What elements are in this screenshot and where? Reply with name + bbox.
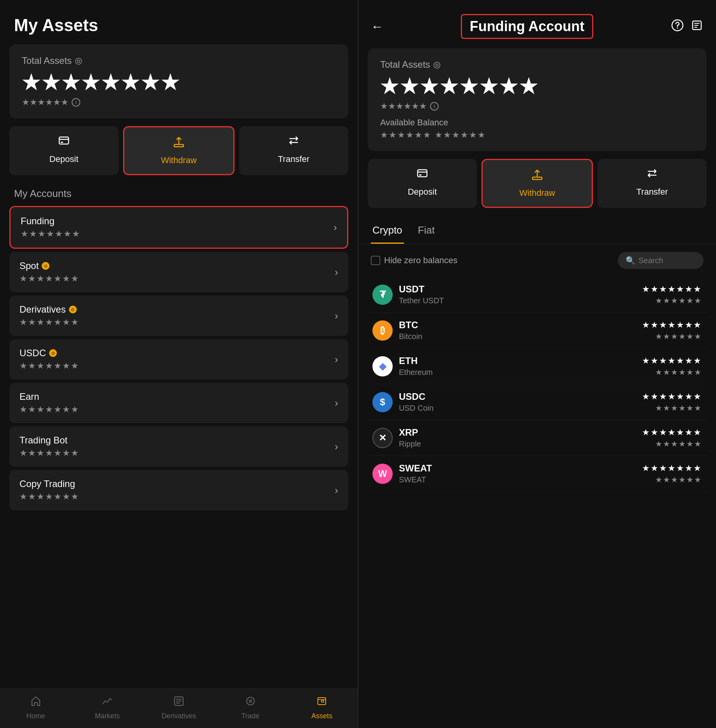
action-buttons-left: Deposit Withdraw Transfer — [9, 126, 348, 175]
masked-sub-right: ★★★★★★ i — [380, 101, 694, 111]
header-icons — [671, 19, 704, 35]
sweat-info: SWEAT SWEAT — [399, 463, 636, 484]
earn-arrow: › — [335, 397, 338, 409]
trade-icon — [245, 695, 256, 710]
help-button[interactable] — [671, 19, 684, 35]
usdc-symbol: USDC — [399, 391, 636, 402]
search-placeholder: Search — [638, 256, 663, 265]
total-assets-label-left: Total Assets ◎ — [22, 55, 336, 66]
xrp-amount: ★★★★★★★ — [642, 427, 702, 438]
deposit-button-right[interactable]: Deposit — [368, 159, 477, 208]
svg-point-6 — [677, 27, 678, 28]
account-item-spot[interactable]: Spot ⊙ ★★★★★★★ › — [9, 252, 348, 292]
funding-arrow: › — [333, 222, 337, 234]
withdraw-icon-right — [531, 169, 543, 184]
filter-row: Hide zero balances 🔍 Search — [358, 252, 716, 269]
left-header: My Assets — [0, 0, 358, 44]
info-icon-right[interactable]: i — [430, 102, 439, 111]
assets-icon — [316, 695, 328, 710]
crypto-item-eth[interactable]: ◆ ETH Ethereum ★★★★★★★ ★★★★★★ — [368, 348, 707, 384]
withdraw-icon-left — [173, 136, 185, 151]
nav-home[interactable]: Home — [0, 695, 72, 720]
spot-value: ★★★★★★★ — [19, 274, 79, 284]
account-item-usdc[interactable]: USDC ⊙ ★★★★★★★ › — [9, 339, 348, 380]
sweat-values: ★★★★★★★ ★★★★★★ — [642, 463, 702, 484]
usdt-amount: ★★★★★★★ — [642, 284, 702, 294]
svg-rect-9 — [419, 174, 421, 176]
crypto-item-sweat[interactable]: W SWEAT SWEAT ★★★★★★★ ★★★★★★ — [368, 456, 707, 492]
nav-trade[interactable]: Trade — [215, 695, 286, 720]
crypto-item-btc[interactable]: ₿ BTC Bitcoin ★★★★★★★ ★★★★★★ — [368, 313, 707, 348]
xrp-usd: ★★★★★★ — [642, 439, 702, 448]
crypto-list: ₮ USDT Tether USDT ★★★★★★★ ★★★★★★ ₿ BTC … — [358, 277, 716, 728]
copy-trading-value: ★★★★★★★ — [19, 492, 79, 502]
spot-label: Spot — [19, 260, 39, 271]
crypto-item-usdt[interactable]: ₮ USDT Tether USDT ★★★★★★★ ★★★★★★ — [368, 277, 707, 313]
crypto-item-xrp[interactable]: ✕ XRP Ripple ★★★★★★★ ★★★★★★ — [368, 420, 707, 456]
transfer-button-right[interactable]: Transfer — [598, 159, 707, 208]
usdc-amount: ★★★★★★★ — [642, 392, 702, 402]
earn-value: ★★★★★★★ — [19, 404, 79, 415]
deposit-icon-right — [416, 167, 429, 183]
usdc-arrow: › — [335, 353, 338, 366]
account-item-earn[interactable]: Earn ★★★★★★★ › — [9, 383, 348, 423]
deposit-label-left: Deposit — [49, 154, 79, 164]
back-button[interactable]: ← — [371, 19, 383, 34]
account-item-derivatives[interactable]: Derivatives ⊙ ★★★★★★★ › — [9, 295, 348, 336]
earn-label: Earn — [19, 391, 39, 402]
usdc-usd: ★★★★★★ — [642, 403, 702, 413]
transfer-label-left: Transfer — [278, 154, 309, 164]
available-label: Available Balance — [380, 118, 694, 128]
xrp-values: ★★★★★★★ ★★★★★★ — [642, 427, 702, 448]
action-buttons-right: Deposit Withdraw Transfer — [368, 159, 707, 208]
usdt-logo: ₮ — [372, 285, 393, 305]
svg-rect-1 — [61, 142, 63, 143]
withdraw-button-right[interactable]: Withdraw — [481, 159, 593, 208]
tab-crypto[interactable]: Crypto — [371, 220, 404, 244]
derivatives-label: Derivatives — [19, 304, 66, 315]
withdraw-button-left[interactable]: Withdraw — [123, 126, 235, 175]
account-item-funding[interactable]: Funding ★★★★★★★ › — [9, 206, 348, 249]
assets-card-right: Total Assets ◎ ★★★★★★★★ ★★★★★★ i Availab… — [368, 48, 707, 151]
xrp-fullname: Ripple — [399, 440, 636, 448]
hide-zero-label[interactable]: Hide zero balances — [371, 255, 457, 266]
btc-usd: ★★★★★★ — [642, 332, 702, 341]
masked-total-right: ★★★★★★★★ — [380, 75, 694, 98]
svg-rect-8 — [418, 170, 427, 177]
masked-total-left: ★★★★★★★★ — [22, 71, 336, 94]
total-assets-label-right: Total Assets ◎ — [380, 59, 694, 70]
nav-derivatives-label: Derivatives — [161, 712, 196, 720]
transfer-button-left[interactable]: Transfer — [239, 126, 348, 175]
page-title-left: My Assets — [14, 16, 344, 35]
deposit-icon-left — [58, 135, 70, 150]
search-box[interactable]: 🔍 Search — [618, 252, 704, 269]
btc-symbol: BTC — [399, 320, 636, 331]
nav-trade-label: Trade — [241, 712, 259, 720]
eth-fullname: Ethereum — [399, 368, 636, 377]
nav-derivatives[interactable]: Derivatives — [143, 695, 215, 720]
eth-values: ★★★★★★★ ★★★★★★ — [642, 356, 702, 377]
nav-markets[interactable]: Markets — [72, 695, 143, 720]
nav-assets[interactable]: Assets — [286, 695, 358, 720]
deposit-button-left[interactable]: Deposit — [9, 126, 118, 175]
usdt-fullname: Tether USDT — [399, 296, 636, 305]
tab-fiat[interactable]: Fiat — [416, 220, 436, 244]
btc-amount: ★★★★★★★ — [642, 320, 702, 330]
info-icon-left[interactable]: i — [72, 98, 80, 107]
account-item-copy-trading[interactable]: Copy Trading ★★★★★★★ › — [9, 470, 348, 510]
hide-zero-checkbox[interactable] — [371, 256, 380, 265]
sweat-usd: ★★★★★★ — [642, 475, 702, 484]
crypto-item-usdc[interactable]: $ USDC USD Coin ★★★★★★★ ★★★★★★ — [368, 384, 707, 420]
history-button[interactable] — [690, 19, 704, 35]
btc-fullname: Bitcoin — [399, 332, 636, 341]
eye-slash-icon-left[interactable]: ◎ — [75, 56, 82, 66]
trading-bot-arrow: › — [335, 441, 338, 453]
derivatives-value: ★★★★★★★ — [19, 317, 79, 327]
eye-slash-icon-right[interactable]: ◎ — [433, 60, 441, 70]
usdc-values: ★★★★★★★ ★★★★★★ — [642, 392, 702, 413]
derivatives-nav-icon — [173, 695, 185, 710]
account-item-trading-bot[interactable]: Trading Bot ★★★★★★★ › — [9, 426, 348, 467]
trading-bot-value: ★★★★★★★ — [19, 448, 79, 458]
usdc-circle-icon: ⊙ — [49, 349, 57, 357]
eth-usd: ★★★★★★ — [642, 368, 702, 377]
